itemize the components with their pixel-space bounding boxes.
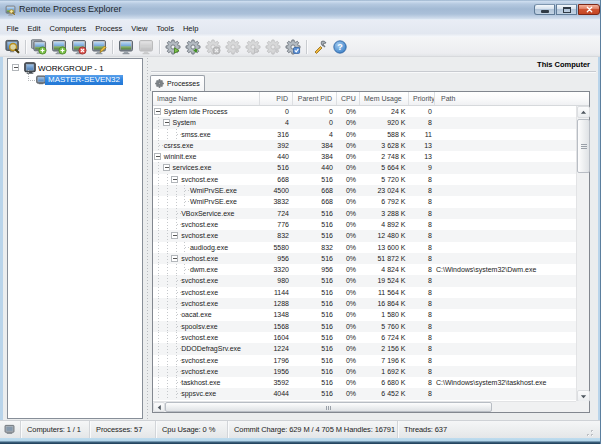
process-row[interactable]: wininit.exe4403840%2 748 K13 xyxy=(153,151,576,162)
process-row[interactable]: svchost.exe11445160%11 564 K8 xyxy=(153,287,576,298)
vertical-scroll-thumb[interactable] xyxy=(577,119,590,173)
run-process-button[interactable] xyxy=(183,38,203,56)
process-row[interactable]: svchost.exe16045160%6 724 K8 xyxy=(153,332,576,343)
process-path xyxy=(435,253,576,264)
process-priority: 8 xyxy=(409,309,435,320)
splitter[interactable] xyxy=(145,58,150,419)
process-row[interactable]: WmiPrvSE.exe38326680%6 792 K8 xyxy=(153,196,576,207)
process-row[interactable]: svchost.exe12885160%16 864 K8 xyxy=(153,298,576,309)
horizontal-scrollbar[interactable] xyxy=(153,401,589,412)
process-row[interactable]: dwm.exe33209560%4 824 K8C:\Windows\syste… xyxy=(153,264,576,275)
process-path xyxy=(435,309,576,320)
collapse-expander-icon[interactable] xyxy=(163,119,170,126)
process-properties-button[interactable] xyxy=(283,38,303,56)
process-parent-pid: 516 xyxy=(293,377,337,388)
process-pid: 316 xyxy=(260,129,293,140)
process-mem: 4 824 K xyxy=(360,264,409,275)
process-priority: 8 xyxy=(409,219,435,230)
about-button[interactable]: ? xyxy=(330,38,350,56)
collapse-expander-icon[interactable] xyxy=(171,255,178,262)
column-header-pid[interactable]: PID xyxy=(260,92,293,105)
process-row[interactable]: svchost.exe6685160%5 720 K8 xyxy=(153,174,576,185)
computers-tree-panel[interactable]: WORKGROUP - 1 MASTER-SEVEN32 xyxy=(7,58,143,419)
tree-guide xyxy=(158,343,159,354)
arrow-down-icon xyxy=(580,393,587,400)
process-mem: 11 564 K xyxy=(360,287,409,298)
column-header-image-name[interactable]: Image Name xyxy=(153,92,260,105)
tree-guide xyxy=(158,287,159,298)
tree-guide xyxy=(158,196,159,207)
column-header-cpu[interactable]: CPU xyxy=(337,92,360,105)
process-name-cell: VBoxService.exe xyxy=(153,208,260,219)
process-row[interactable]: WmiPrvSE.exe45006680%23 024 K8 xyxy=(153,185,576,196)
process-row[interactable]: csrss.exe3923840%3 628 K13 xyxy=(153,140,576,151)
refresh-processes-button[interactable] xyxy=(163,38,183,56)
column-header-priority[interactable]: Priority xyxy=(409,92,435,105)
process-row[interactable]: taskhost.exe35925160%6 680 K8C:\Windows\… xyxy=(153,377,576,388)
process-name-cell: System Idle Process xyxy=(153,106,260,117)
process-row[interactable]: VBoxService.exe7245160%3 288 K8 xyxy=(153,208,576,219)
process-row[interactable]: svchost.exe17965160%7 196 K8 xyxy=(153,355,576,366)
process-name-cell: svchost.exe xyxy=(153,366,260,377)
menu-computers[interactable]: Computers xyxy=(45,22,91,35)
resize-grip[interactable] xyxy=(584,427,594,437)
menu-edit[interactable]: Edit xyxy=(23,22,45,35)
process-row[interactable]: svchost.exe8325160%12 480 K8 xyxy=(153,230,576,241)
process-row[interactable]: services.exe5164400%5 664 K9 xyxy=(153,162,576,173)
process-row[interactable]: svchost.exe7765160%4 892 K8 xyxy=(153,219,576,230)
collapse-expander-icon[interactable] xyxy=(163,164,170,171)
process-pid: 516 xyxy=(260,162,293,173)
process-path xyxy=(435,117,576,128)
collapse-expander-icon[interactable] xyxy=(171,232,178,239)
process-pid: 776 xyxy=(260,219,293,230)
tree-guide xyxy=(167,366,168,377)
column-header-path[interactable]: Path xyxy=(435,92,589,105)
add-computers-button[interactable] xyxy=(29,38,49,56)
vertical-scrollbar[interactable] xyxy=(576,106,589,402)
process-row[interactable]: sppsvc.exe40445160%6 452 K8 xyxy=(153,388,576,399)
tree-guide xyxy=(167,355,168,366)
process-name: svchost.exe xyxy=(181,366,218,377)
process-row[interactable]: DDODefragSrv.exe12245160%2 156 K8 xyxy=(153,343,576,354)
process-name-cell: svchost.exe xyxy=(153,174,260,185)
process-path xyxy=(435,388,576,399)
toolbar-separator xyxy=(25,40,26,54)
process-row[interactable]: audiodg.exe55808320%13 600 K8 xyxy=(153,242,576,253)
close-button[interactable] xyxy=(578,4,600,15)
process-row[interactable]: System400%920 K8 xyxy=(153,117,576,128)
collapse-expander-icon[interactable] xyxy=(12,64,19,71)
process-mem: 6 452 K xyxy=(360,388,409,399)
scroll-up-button[interactable] xyxy=(577,106,590,118)
scroll-left-button[interactable] xyxy=(153,402,165,412)
connect-computer-button[interactable] xyxy=(116,38,136,56)
titlebar[interactable]: Remote Process Explorer xyxy=(0,0,601,20)
menu-file[interactable]: File xyxy=(2,22,23,35)
menu-view[interactable]: View xyxy=(127,22,152,35)
options-button[interactable] xyxy=(310,38,330,56)
maximize-button[interactable] xyxy=(556,4,577,15)
menu-help[interactable]: Help xyxy=(178,22,202,35)
collapse-expander-icon[interactable] xyxy=(171,176,178,183)
column-header-parent-pid[interactable]: Parent PID xyxy=(293,92,337,105)
process-row[interactable]: svchost.exe9565160%51 872 K8 xyxy=(153,253,576,264)
edit-computer-button[interactable] xyxy=(89,38,109,56)
process-row[interactable]: oacat.exe13485160%1 580 K8 xyxy=(153,309,576,320)
collapse-expander-icon[interactable] xyxy=(154,153,161,160)
horizontal-scroll-thumb[interactable] xyxy=(165,402,492,412)
column-header-mem-usage[interactable]: Mem Usage xyxy=(360,92,409,105)
menu-tools[interactable]: Tools xyxy=(152,22,179,35)
process-row[interactable]: System Idle Process000%24 K0 xyxy=(153,106,576,117)
collapse-expander-icon[interactable] xyxy=(154,108,161,115)
process-row[interactable]: svchost.exe19565160%1 692 K8 xyxy=(153,366,576,377)
tree-node-computer[interactable]: MASTER-SEVEN32 xyxy=(8,75,142,88)
remove-computer-button[interactable] xyxy=(69,38,89,56)
find-computers-button[interactable] xyxy=(2,38,22,56)
process-row[interactable]: smss.exe31640%588 K11 xyxy=(153,129,576,140)
menu-process[interactable]: Process xyxy=(91,22,127,35)
minimize-button[interactable] xyxy=(534,4,555,15)
add-computer-icon xyxy=(51,39,67,55)
tab-processes[interactable]: Processes xyxy=(150,75,205,91)
add-computer-button[interactable] xyxy=(49,38,69,56)
process-row[interactable]: svchost.exe9805160%19 524 K8 xyxy=(153,275,576,286)
process-row[interactable]: spoolsv.exe15685160%5 760 K8 xyxy=(153,321,576,332)
